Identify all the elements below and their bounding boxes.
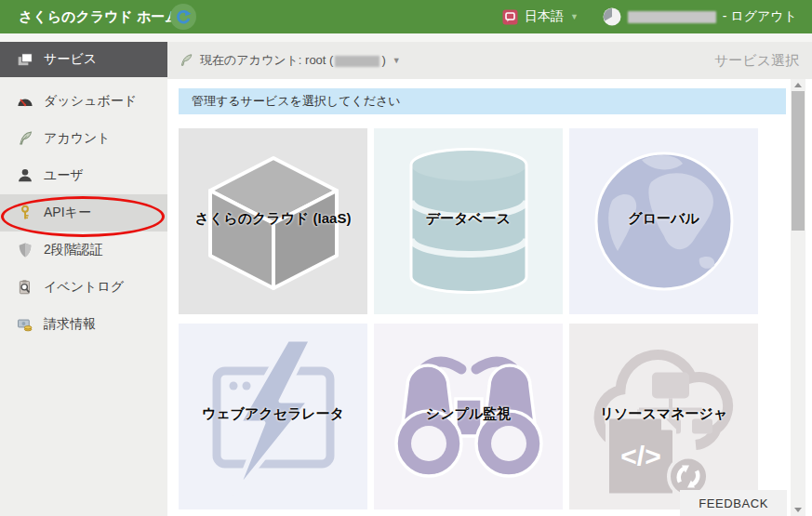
language-selector[interactable]: 日本語 xyxy=(525,8,564,25)
api-key-icon xyxy=(17,205,33,221)
sidebar-item-account[interactable]: アカウント xyxy=(0,120,167,157)
sidebar-item-users[interactable]: ユーザ xyxy=(0,157,167,194)
service-tile-label: グローバル xyxy=(569,210,758,228)
service-tile-global[interactable]: グローバル xyxy=(569,128,758,314)
sidebar-item-two-factor[interactable]: 2段階認証 xyxy=(0,232,167,269)
scroll-down-arrow[interactable] xyxy=(791,504,805,516)
sidebar-nav: サービス ダッシュボード アカウント ユーザ APIキー xyxy=(0,42,167,516)
user-avatar xyxy=(603,7,621,26)
account-bar: 現在のアカウント: root () ▼ サービス選択 xyxy=(167,42,812,79)
account-icon xyxy=(17,130,33,147)
service-select-heading: サービス選択 xyxy=(714,52,799,70)
sidebar-item-label: 2段階認証 xyxy=(44,242,103,258)
current-account-selector[interactable]: 現在のアカウント: root () xyxy=(200,52,386,69)
info-message-bar: 管理するサービスを選択してください xyxy=(179,88,786,114)
sidebar-item-dashboard[interactable]: ダッシュボード xyxy=(0,83,167,120)
service-tile-label: リソースマネージャ xyxy=(569,405,758,423)
service-tile-label: さくらのクラウド (IaaS) xyxy=(179,210,367,228)
services-icon xyxy=(17,51,33,68)
sidebar-item-label: 請求情報 xyxy=(44,316,96,333)
current-account-suffix: ) xyxy=(381,53,385,67)
dashboard-icon xyxy=(17,93,33,110)
refresh-icon xyxy=(174,7,193,26)
language-badge-icon xyxy=(502,9,518,25)
vertical-scrollbar[interactable] xyxy=(791,79,805,516)
sidebar-item-label: イベントログ xyxy=(44,279,124,296)
header-right-group: 日本語 ▼ - ログアウト xyxy=(502,0,797,33)
user-icon xyxy=(17,167,33,184)
svg-text:</>: </> xyxy=(620,441,660,471)
service-tile-resource-manager[interactable]: </> リソースマネージャ xyxy=(569,324,758,509)
account-caret-icon[interactable]: ▼ xyxy=(393,56,401,65)
sidebar-item-billing[interactable]: 請求情報 xyxy=(0,306,167,343)
current-account-prefix: 現在のアカウント: root ( xyxy=(200,53,333,67)
account-feather-icon xyxy=(179,53,193,68)
two-factor-icon xyxy=(17,242,33,258)
sidebar-item-label: ダッシュボード xyxy=(44,93,137,110)
sidebar-item-services[interactable]: サービス xyxy=(0,42,167,77)
language-caret-icon[interactable]: ▼ xyxy=(570,12,579,21)
sidebar-item-label: アカウント xyxy=(44,130,111,147)
feedback-button[interactable]: FEEDBACK xyxy=(680,490,787,516)
app-header: さくらのクラウド ホーム: 日本語 ▼ - ログアウト xyxy=(0,0,812,33)
service-tile-iaas[interactable]: さくらのクラウド (IaaS) xyxy=(179,128,367,314)
service-tile-simple-monitoring[interactable]: シンプル監視 xyxy=(374,324,563,509)
service-tile-label: データベース xyxy=(374,210,563,228)
refresh-button[interactable] xyxy=(170,4,196,30)
masked-account-id xyxy=(335,56,379,67)
service-tile-web-accelerator[interactable]: ウェブアクセラレータ xyxy=(179,324,367,509)
sidebar-item-api-key[interactable]: APIキー xyxy=(0,194,167,232)
app-title: さくらのクラウド ホーム: xyxy=(19,8,184,26)
logout-link[interactable]: - ログアウト xyxy=(723,8,797,25)
main-content: 現在のアカウント: root () ▼ サービス選択 管理するサービスを選択して… xyxy=(167,42,812,516)
sidebar-item-label: APIキー xyxy=(44,205,91,221)
service-tile-label: ウェブアクセラレータ xyxy=(179,405,367,423)
sidebar-item-event-log[interactable]: イベントログ xyxy=(0,269,167,306)
service-tile-database[interactable]: データベース xyxy=(374,128,563,314)
masked-username xyxy=(628,11,716,23)
event-log-icon xyxy=(17,279,33,296)
billing-icon xyxy=(17,316,33,333)
scroll-up-arrow[interactable] xyxy=(791,79,805,91)
scrollbar-thumb[interactable] xyxy=(792,91,805,231)
service-tile-label: シンプル監視 xyxy=(374,405,563,423)
sidebar-item-label: サービス xyxy=(44,51,97,68)
sidebar-item-label: ユーザ xyxy=(44,167,84,184)
